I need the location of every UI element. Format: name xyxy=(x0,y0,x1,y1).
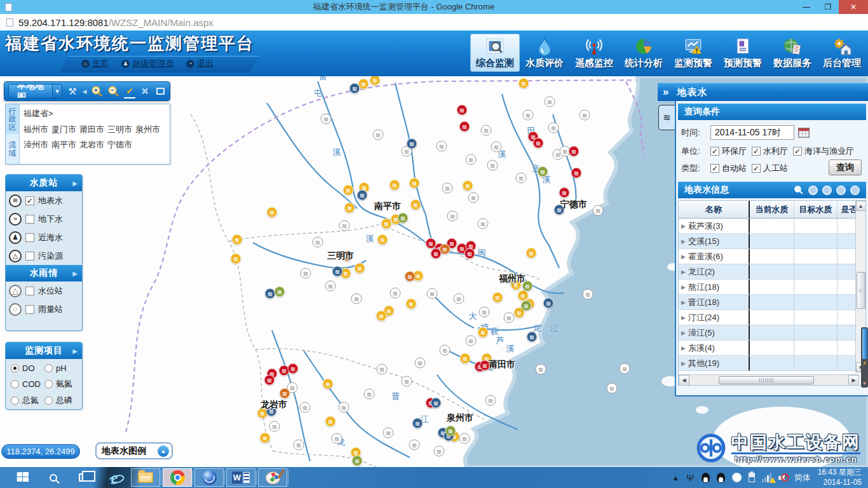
station-marker[interactable]: ≋ xyxy=(465,248,475,259)
module-water-quality[interactable]: 水质评价 xyxy=(520,34,569,72)
time-input[interactable]: 2014-11-05 17时 xyxy=(710,125,794,140)
station-marker[interactable]: ≋ xyxy=(339,402,349,413)
map-tools-icon[interactable]: ⚒ xyxy=(67,85,78,98)
monitor-option-氨氮[interactable]: 氨氮 xyxy=(44,378,77,390)
panel-header-监测项目[interactable]: 监测项目▶ xyxy=(6,342,82,359)
station-marker[interactable]: ≋ xyxy=(559,187,570,198)
station-marker[interactable]: ≋ xyxy=(460,353,471,364)
station-marker[interactable]: ≋ xyxy=(351,294,362,304)
layer-checkbox[interactable] xyxy=(25,287,34,295)
monitor-option-总氮[interactable]: 总氮 xyxy=(11,395,43,406)
station-marker[interactable]: ≋ xyxy=(463,180,473,191)
radio-icon[interactable] xyxy=(44,396,53,405)
scroll-left-icon[interactable]: ◀ xyxy=(679,375,689,386)
station-marker[interactable]: ≋ xyxy=(232,234,243,245)
station-marker[interactable]: ≋ xyxy=(468,193,479,203)
station-marker[interactable]: ≋ xyxy=(410,200,421,210)
station-marker[interactable]: ≋ xyxy=(376,311,387,322)
chevron-down-icon[interactable]: ▼ xyxy=(52,85,62,98)
layer-checkbox[interactable]: ✓ xyxy=(25,196,34,205)
layer-checkbox[interactable] xyxy=(25,252,34,261)
station-marker[interactable]: ≋ xyxy=(409,440,420,451)
scroll-up-icon[interactable]: ▲ xyxy=(856,201,866,211)
unit-checkbox-环保厅[interactable]: ✓环保厅 xyxy=(710,146,747,157)
header-link-home[interactable]: ⌂主页 xyxy=(81,58,109,69)
view-toggle-icon-3[interactable] xyxy=(836,186,846,195)
station-marker[interactable]: ≋ xyxy=(427,288,438,299)
module-remote-sensing[interactable]: 遥感监控 xyxy=(569,34,619,72)
collapse-arrow-icon[interactable]: ▶ xyxy=(72,348,78,355)
station-marker[interactable]: ≋ xyxy=(523,110,534,121)
station-marker[interactable]: ≋ xyxy=(481,125,492,136)
layer-item-近海水[interactable]: ♟近海水 xyxy=(6,228,82,247)
monitor-option-pH[interactable]: pH xyxy=(44,363,77,373)
station-marker[interactable]: ≋ xyxy=(580,110,590,121)
station-marker[interactable]: ≋ xyxy=(260,433,271,444)
station-marker[interactable]: ≋ xyxy=(447,211,458,222)
table-horizontal-scrollbar[interactable]: ◀ ▶ xyxy=(679,374,859,385)
station-marker[interactable]: ≋ xyxy=(526,248,537,259)
page-scrollbar[interactable]: ⚡ ▼ xyxy=(861,327,868,388)
station-marker[interactable]: ≋ xyxy=(478,219,489,229)
station-marker[interactable]: ≋ xyxy=(536,364,546,375)
address-bar[interactable]: 59.204.171.129:8081/WZSZ_MAIN/Main.aspx xyxy=(0,14,868,30)
station-marker[interactable]: ≋ xyxy=(294,440,304,451)
station-marker[interactable]: ≋ xyxy=(377,234,388,245)
flash-icon[interactable]: ⚡ xyxy=(862,359,867,367)
zoom-out-icon[interactable] xyxy=(107,85,119,98)
station-marker[interactable]: ≋ xyxy=(405,271,416,282)
taskbar-file-explorer[interactable] xyxy=(131,468,160,487)
station-marker[interactable]: ≋ xyxy=(355,263,365,274)
station-marker[interactable]: ≋ xyxy=(533,138,544,149)
scrollbar-thumb[interactable] xyxy=(862,329,867,359)
search-button[interactable]: 查询 xyxy=(829,159,862,175)
input-language[interactable]: 简体 xyxy=(794,472,811,484)
taskbar-paint[interactable] xyxy=(258,468,287,487)
station-marker[interactable]: ≋ xyxy=(409,178,420,189)
module-data-service[interactable]: 数据服务 xyxy=(768,34,817,72)
station-marker[interactable]: ≋ xyxy=(431,398,442,409)
city-link[interactable]: 南平市 xyxy=(51,139,76,151)
table-row[interactable]: ▶漳江(5) xyxy=(679,325,866,341)
station-marker[interactable]: ≋ xyxy=(519,78,529,89)
station-marker[interactable]: ≋ xyxy=(548,123,559,133)
type-checkbox-人工站[interactable]: ✓人工站 xyxy=(752,163,788,174)
layer-item-地下水[interactable]: ≈地下水 xyxy=(6,210,82,228)
breadcrumb[interactable]: 福建省> xyxy=(24,108,166,119)
station-marker[interactable]: ≋ xyxy=(487,160,498,171)
table-row[interactable]: ▶龙江(2) xyxy=(679,264,866,280)
station-marker[interactable]: ≋ xyxy=(339,220,350,231)
region-tab-流域[interactable]: 流域 xyxy=(6,134,19,164)
taskbar-search-button[interactable] xyxy=(39,468,67,487)
clear-icon[interactable]: ✖ xyxy=(140,85,151,98)
layer-checkbox[interactable] xyxy=(25,305,34,314)
panel-header-水质站[interactable]: 水质站▶ xyxy=(6,175,82,191)
taskbar-ie[interactable]: e xyxy=(100,468,128,487)
station-marker[interactable]: ≋ xyxy=(442,183,453,194)
station-marker[interactable]: ≋ xyxy=(390,180,400,191)
monitor-option-COD[interactable]: COD xyxy=(11,378,43,390)
table-row[interactable]: ▶晋江(18) xyxy=(679,295,866,310)
station-marker[interactable]: ≋ xyxy=(459,121,470,132)
radio-icon[interactable] xyxy=(11,380,19,388)
station-marker[interactable]: ≋ xyxy=(332,266,343,277)
scrollbar-thumb[interactable]: ≡ xyxy=(857,272,865,309)
expand-icon[interactable]: ▶ xyxy=(681,315,686,321)
calendar-icon[interactable] xyxy=(798,128,810,138)
view-toggle-icon-1[interactable] xyxy=(808,186,818,195)
station-marker[interactable]: ≋ xyxy=(407,139,417,149)
station-marker[interactable]: ≋ xyxy=(325,281,336,292)
station-marker[interactable]: ≋ xyxy=(313,237,323,248)
layer-item-地表水[interactable]: ≋✓地表水 xyxy=(6,191,82,210)
station-marker[interactable]: ≋ xyxy=(492,292,503,303)
station-marker[interactable]: ≋ xyxy=(412,418,423,429)
taskbar-clock[interactable]: 16:43 星期三 2014-11-05 xyxy=(818,468,862,487)
base-layer-select[interactable]: 本地地图 ▼ xyxy=(8,84,62,98)
monitor-option-DO[interactable]: DO xyxy=(11,363,43,373)
checkbox-icon[interactable]: ✓ xyxy=(710,164,719,173)
station-marker[interactable]: ≋ xyxy=(466,154,477,165)
station-marker[interactable]: ≋ xyxy=(485,395,496,406)
station-marker[interactable]: ≋ xyxy=(349,83,360,94)
scrollbar-thumb[interactable] xyxy=(719,376,814,384)
station-marker[interactable]: ≋ xyxy=(344,203,355,214)
